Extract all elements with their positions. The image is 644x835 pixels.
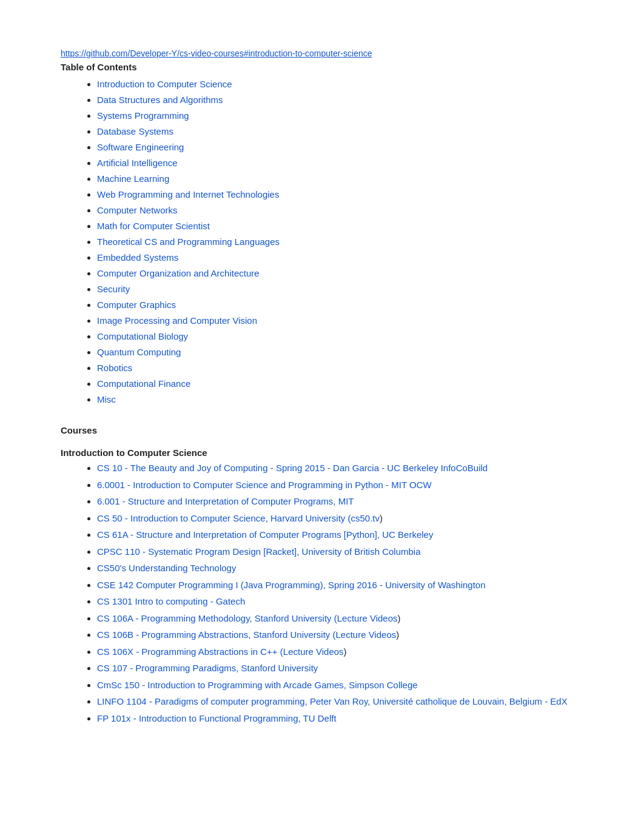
course-link[interactable]: CPSC 110 - Systematic Program Design [Ra… [97, 546, 421, 557]
list-item: CS 107 - Programming Paradigms, Stanford… [97, 660, 583, 676]
list-item: CS 61A - Structure and Interpretation of… [97, 527, 583, 543]
course-inline-link[interactable]: Lecture Videos [283, 646, 344, 657]
intro-cs-title: Introduction to Computer Science [61, 448, 583, 458]
toc-item: Robotics [97, 361, 583, 375]
toc-item: Theoretical CS and Programming Languages [97, 235, 583, 249]
toc-item-link[interactable]: Database Systems [97, 126, 173, 136]
toc-item-link[interactable]: Computational Biology [97, 331, 188, 341]
course-link[interactable]: 6.001 - Structure and Interpretation of … [97, 496, 354, 506]
course-text-after: ) [396, 629, 399, 640]
toc-item-link[interactable]: Image Processing and Computer Vision [97, 315, 257, 326]
toc-item: Security [97, 282, 583, 297]
list-item: CS 10 - The Beauty and Joy of Computing … [97, 460, 583, 476]
course-link[interactable]: CS 106X - Programming Abstractions in C+… [97, 646, 283, 657]
list-item: CS 50 - Introduction to Computer Science… [97, 511, 583, 526]
list-item: 6.0001 - Introduction to Computer Scienc… [97, 477, 583, 493]
course-text-after: ) [344, 646, 347, 657]
toc-item: Misc [97, 392, 583, 407]
toc-item: Image Processing and Computer Vision [97, 314, 583, 328]
toc-item-link[interactable]: Software Engineering [97, 142, 184, 152]
toc-item: Web Programming and Internet Technologie… [97, 187, 583, 202]
toc-item: Systems Programming [97, 109, 583, 123]
list-item: CSE 142 Computer Programming I (Java Pro… [97, 577, 583, 593]
toc-item-link[interactable]: Introduction to Computer Science [97, 79, 232, 89]
toc-item: Database Systems [97, 124, 583, 139]
toc-item-link[interactable]: Embedded Systems [97, 252, 178, 263]
course-link[interactable]: 6.0001 - Introduction to Computer Scienc… [97, 480, 432, 490]
toc-item-link[interactable]: Computer Organization and Architecture [97, 268, 260, 278]
toc-item-link[interactable]: Computational Finance [97, 378, 190, 389]
intro-cs-list: CS 10 - The Beauty and Joy of Computing … [61, 460, 583, 726]
toc-item: Machine Learning [97, 172, 583, 186]
toc-item-link[interactable]: Security [97, 284, 130, 294]
toc-item: Quantum Computing [97, 345, 583, 360]
course-text-after: ) [380, 513, 383, 523]
toc-item: Computational Biology [97, 329, 583, 344]
list-item: 6.001 - Structure and Interpretation of … [97, 494, 583, 509]
course-text-after: ) [398, 613, 401, 623]
toc-item-link[interactable]: Artificial Intelligence [97, 158, 178, 168]
list-item: FP 101x - Introduction to Functional Pro… [97, 711, 583, 726]
toc-item: Embedded Systems [97, 250, 583, 265]
toc-item: Introduction to Computer Science [97, 77, 583, 92]
toc-item: Data Structures and Algorithms [97, 93, 583, 107]
course-link[interactable]: CS50's Understanding Technology [97, 563, 236, 573]
list-item: CmSc 150 - Introduction to Programming w… [97, 677, 583, 693]
toc-item-link[interactable]: Quantum Computing [97, 347, 181, 357]
toc-item-link[interactable]: Systems Programming [97, 110, 189, 121]
course-link[interactable]: CS 50 - Introduction to Computer Science… [97, 513, 351, 523]
toc-item-link[interactable]: Robotics [97, 363, 132, 373]
toc-item-link[interactable]: Computer Networks [97, 205, 178, 215]
toc-item-link[interactable]: Computer Graphics [97, 300, 176, 310]
toc-item: Computer Networks [97, 203, 583, 218]
course-link[interactable]: FP 101x - Introduction to Functional Pro… [97, 713, 337, 723]
toc-item-link[interactable]: Web Programming and Internet Technologie… [97, 189, 279, 200]
list-item: CS 106X - Programming Abstractions in C+… [97, 644, 583, 660]
list-item: CS 106A - Programming Methodology, Stanf… [97, 611, 583, 626]
toc-item: Math for Computer Scientist [97, 219, 583, 233]
list-item: CS 1301 Intro to computing - Gatech [97, 594, 583, 609]
course-inline-link[interactable]: Lecture Videos [336, 629, 397, 640]
course-inline-link[interactable]: Lecture Videos [337, 613, 398, 623]
github-url-link[interactable]: https://github.com/Developer-Y/cs-video-… [61, 49, 583, 58]
toc-item: Computational Finance [97, 377, 583, 391]
course-link[interactable]: CS 1301 Intro to computing - Gatech [97, 596, 245, 606]
course-link[interactable]: CSE 142 Computer Programming I (Java Pro… [97, 580, 486, 590]
toc-item-link[interactable]: Math for Computer Scientist [97, 221, 210, 231]
toc-item-link[interactable]: Theoretical CS and Programming Languages [97, 236, 280, 247]
toc-title: Table of Contents [61, 62, 583, 72]
course-link[interactable]: CS 106B - Programming Abstractions, Stan… [97, 629, 336, 640]
course-link[interactable]: CS 107 - Programming Paradigms, Stanford… [97, 663, 318, 673]
toc-item-link[interactable]: Machine Learning [97, 173, 169, 184]
course-link[interactable]: CS 61A - Structure and Interpretation of… [97, 529, 433, 540]
course-link[interactable]: CS 106A - Programming Methodology, Stanf… [97, 613, 337, 623]
course-link[interactable]: CS 10 - The Beauty and Joy of Computing … [97, 463, 488, 473]
toc-item: Computer Organization and Architecture [97, 266, 583, 281]
course-link[interactable]: LINFO 1104 - Paradigms of computer progr… [97, 696, 568, 706]
course-link[interactable]: CmSc 150 - Introduction to Programming w… [97, 680, 418, 690]
list-item: LINFO 1104 - Paradigms of computer progr… [97, 694, 583, 709]
list-item: CS 106B - Programming Abstractions, Stan… [97, 627, 583, 643]
course-inline-link[interactable]: cs50.tv [351, 513, 380, 523]
toc-item: Computer Graphics [97, 298, 583, 312]
toc-list: Introduction to Computer ScienceData Str… [61, 77, 583, 407]
toc-item: Software Engineering [97, 140, 583, 155]
courses-section-title: Courses [61, 425, 583, 435]
toc-item-link[interactable]: Misc [97, 394, 116, 404]
toc-item: Artificial Intelligence [97, 156, 583, 170]
list-item: CS50's Understanding Technology [97, 560, 583, 576]
list-item: CPSC 110 - Systematic Program Design [Ra… [97, 544, 583, 560]
toc-item-link[interactable]: Data Structures and Algorithms [97, 95, 223, 105]
